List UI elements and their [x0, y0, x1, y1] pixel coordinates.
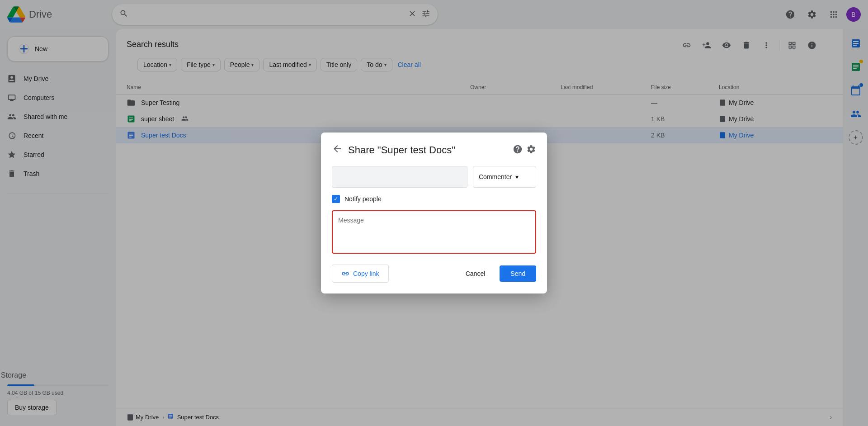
share-input-row: Commenter ▾ [332, 166, 536, 188]
dialog-back-btn[interactable] [332, 143, 343, 157]
commenter-arrow: ▾ [515, 173, 519, 180]
dialog-footer: Copy link Cancel Send [332, 265, 536, 283]
checkbox-check-icon: ✓ [334, 196, 338, 202]
notify-people-row: ✓ Notify people [332, 195, 536, 203]
dialog-title: Share "Super test Docs" [348, 144, 507, 156]
dialog-settings-icon[interactable] [526, 144, 536, 156]
dialog-help-icon[interactable] [513, 144, 523, 156]
dialog-header: Share "Super test Docs" [332, 143, 536, 157]
cancel-button[interactable]: Cancel [457, 265, 495, 282]
notify-label: Notify people [344, 195, 382, 203]
share-dialog-overlay: Share "Super test Docs" Commenter ▾ ✓ No… [0, 0, 868, 426]
message-textarea[interactable] [332, 210, 536, 254]
send-button[interactable]: Send [500, 265, 536, 282]
copy-link-button[interactable]: Copy link [332, 265, 389, 283]
copy-link-label: Copy link [353, 270, 379, 277]
notify-checkbox[interactable]: ✓ [332, 195, 340, 203]
dialog-header-icons [513, 144, 536, 156]
commenter-label: Commenter [479, 173, 512, 180]
share-people-input[interactable] [332, 166, 467, 188]
commenter-dropdown[interactable]: Commenter ▾ [473, 166, 536, 188]
share-dialog: Share "Super test Docs" Commenter ▾ ✓ No… [321, 133, 547, 293]
